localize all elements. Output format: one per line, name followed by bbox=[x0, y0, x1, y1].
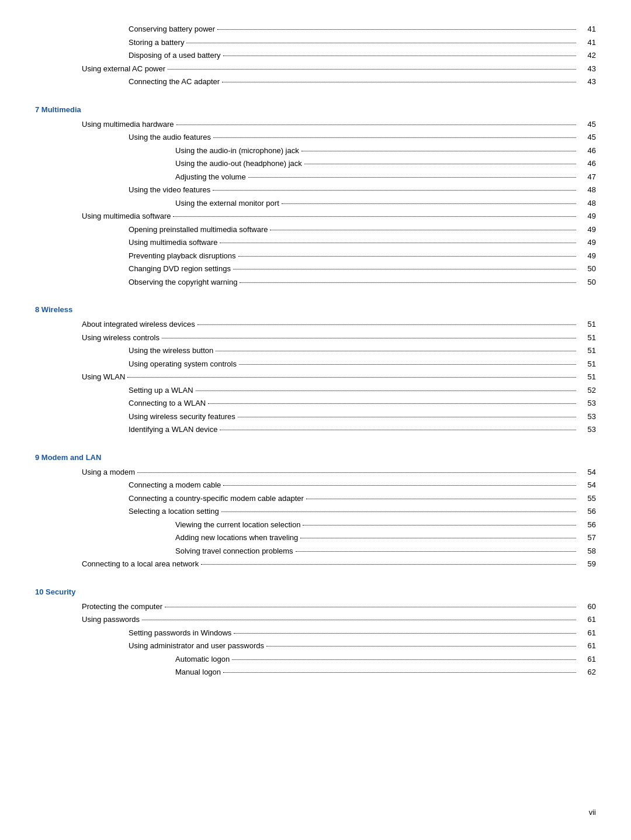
toc-entry-page: 43 bbox=[578, 76, 596, 88]
toc-entry: Using passwords61 bbox=[35, 614, 596, 625]
toc-entry-page: 42 bbox=[578, 50, 596, 61]
section-multimedia: 7 MultimediaUsing multimedia hardware45U… bbox=[35, 105, 596, 288]
toc-entry-label: Setting up a WLAN bbox=[129, 385, 193, 396]
toc-entry-label: Using operating system controls bbox=[129, 358, 237, 370]
toc-entry-page: 53 bbox=[578, 411, 596, 423]
toc-entry: Using operating system controls51 bbox=[35, 358, 596, 370]
toc-entry-page: 60 bbox=[578, 601, 596, 613]
toc-dots bbox=[248, 177, 576, 178]
toc-entry-page: 49 bbox=[578, 224, 596, 236]
toc-entry-label: Solving travel connection problems bbox=[175, 545, 293, 557]
toc-entry-label: Adding new locations when traveling bbox=[175, 532, 298, 544]
section-battery-entries: Conserving battery power41Storing a batt… bbox=[35, 23, 596, 88]
toc-dots bbox=[282, 203, 576, 204]
toc-entry: Adding new locations when traveling57 bbox=[35, 532, 596, 544]
toc-entry-label: Using a modem bbox=[82, 466, 135, 478]
toc-entry-page: 57 bbox=[578, 532, 596, 544]
toc-entry-label: Automatic logon bbox=[175, 654, 230, 665]
toc-entry-label: Using the video features bbox=[129, 184, 210, 196]
toc-entry: Using wireless security features53 bbox=[35, 411, 596, 423]
toc-entry-label: Connecting a country-specific modem cabl… bbox=[129, 493, 304, 504]
toc-entry-page: 49 bbox=[578, 250, 596, 262]
toc-entry-page: 62 bbox=[578, 666, 596, 678]
toc-entry-page: 61 bbox=[578, 627, 596, 639]
toc-entry: Using a modem54 bbox=[35, 466, 596, 478]
toc-entry: Conserving battery power41 bbox=[35, 23, 596, 35]
toc-entry-page: 56 bbox=[578, 519, 596, 531]
toc-entry-label: Identifying a WLAN device bbox=[129, 424, 217, 435]
toc-entry-label: Using passwords bbox=[82, 614, 140, 625]
toc-entry-page: 51 bbox=[578, 319, 596, 330]
toc-entry-label: Using the audio features bbox=[129, 132, 211, 143]
toc-entry: Connecting to a local area network59 bbox=[35, 558, 596, 570]
toc-entry: Selecting a location setting56 bbox=[35, 506, 596, 517]
toc-dots bbox=[221, 511, 576, 512]
toc-entry-label: Using administrator and user passwords bbox=[129, 640, 264, 652]
toc-entry: Using multimedia software49 bbox=[35, 210, 596, 222]
toc-dots bbox=[240, 282, 576, 283]
toc-entry: Using WLAN51 bbox=[35, 371, 596, 383]
toc-entry-label: Setting passwords in Windows bbox=[129, 627, 231, 639]
toc-entry-page: 41 bbox=[578, 23, 596, 35]
toc-dots bbox=[208, 403, 576, 404]
toc-entry: Opening preinstalled multimedia software… bbox=[35, 224, 596, 236]
toc-dots bbox=[217, 29, 576, 30]
toc-entry-label: Viewing the current location selection bbox=[175, 519, 300, 531]
toc-dots bbox=[197, 324, 576, 325]
toc-dots bbox=[239, 364, 576, 365]
toc-entry-label: Preventing playback disruptions bbox=[129, 250, 236, 262]
toc-entry-label: About integrated wireless devices bbox=[82, 319, 195, 330]
toc-dots bbox=[127, 377, 576, 378]
toc-entry-label: Connecting a modem cable bbox=[129, 479, 221, 491]
toc-entry: Connecting to a WLAN53 bbox=[35, 397, 596, 409]
toc-entry-label: Changing DVD region settings bbox=[129, 263, 231, 275]
toc-entry: Changing DVD region settings50 bbox=[35, 263, 596, 275]
toc-entry-page: 55 bbox=[578, 493, 596, 504]
toc-dots bbox=[220, 243, 576, 243]
toc-entry: Using the wireless button51 bbox=[35, 345, 596, 357]
toc-dots bbox=[232, 659, 576, 660]
page-footer: vii bbox=[589, 808, 596, 817]
toc-entry: Using the video features48 bbox=[35, 184, 596, 196]
toc-entry-page: 45 bbox=[578, 119, 596, 130]
toc-dots bbox=[222, 82, 576, 82]
toc-entry-label: Using the audio-in (microphone) jack bbox=[175, 145, 299, 157]
toc-entry-label: Storing a battery bbox=[129, 37, 184, 49]
toc-entry: Disposing of a used battery42 bbox=[35, 50, 596, 61]
toc-entry-label: Disposing of a used battery bbox=[129, 50, 221, 61]
toc-entry-label: Observing the copyright warning bbox=[129, 276, 237, 288]
toc-entry-label: Adjusting the volume bbox=[175, 171, 246, 183]
toc-dots bbox=[306, 499, 576, 499]
toc-entry-label: Opening preinstalled multimedia software bbox=[129, 224, 268, 236]
toc-entry: Identifying a WLAN device53 bbox=[35, 424, 596, 435]
toc-dots bbox=[142, 620, 576, 620]
toc-entry: Observing the copyright warning50 bbox=[35, 276, 596, 288]
toc-entry-page: 51 bbox=[578, 332, 596, 344]
toc-entry-page: 52 bbox=[578, 385, 596, 396]
toc-entry-label: Using multimedia software bbox=[82, 210, 171, 222]
toc-entry-label: Protecting the computer bbox=[82, 601, 162, 613]
toc-entry: Connecting a country-specific modem cabl… bbox=[35, 493, 596, 504]
toc-dots bbox=[270, 230, 576, 230]
toc-entry-page: 61 bbox=[578, 640, 596, 652]
toc-entry: Using multimedia hardware45 bbox=[35, 119, 596, 130]
toc-entry-label: Using the external monitor port bbox=[175, 198, 279, 209]
toc-dots bbox=[304, 164, 576, 164]
toc-dots bbox=[186, 43, 576, 43]
toc-entry-page: 43 bbox=[578, 63, 596, 75]
toc-entry: Connecting the AC adapter43 bbox=[35, 76, 596, 88]
toc-entry-page: 49 bbox=[578, 210, 596, 222]
toc-entry: Using external AC power43 bbox=[35, 63, 596, 75]
toc-dots bbox=[216, 351, 576, 351]
toc-entry-page: 53 bbox=[578, 424, 596, 435]
toc-entry-label: Using wireless security features bbox=[129, 411, 235, 423]
toc-container: Conserving battery power41Storing a batt… bbox=[35, 23, 596, 678]
toc-entry: Using the audio-in (microphone) jack46 bbox=[35, 145, 596, 157]
toc-entry-page: 59 bbox=[578, 558, 596, 570]
toc-entry-page: 47 bbox=[578, 171, 596, 183]
toc-dots bbox=[266, 646, 576, 647]
toc-entry: Solving travel connection problems58 bbox=[35, 545, 596, 557]
toc-entry-label: Using multimedia hardware bbox=[82, 119, 174, 130]
toc-dots bbox=[196, 390, 576, 391]
toc-entry-label: Connecting to a WLAN bbox=[129, 397, 206, 409]
